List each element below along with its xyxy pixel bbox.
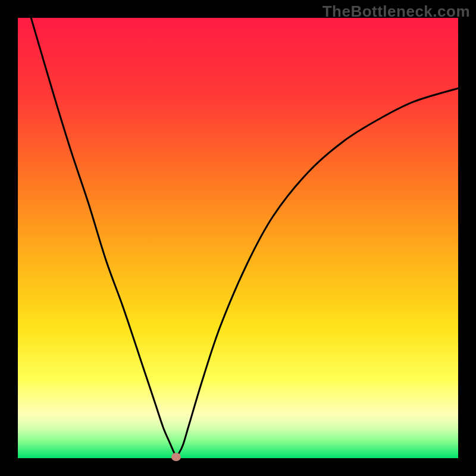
gradient-background xyxy=(18,18,458,458)
curve-minimum-marker xyxy=(171,453,181,461)
chart-frame: TheBottleneck.com xyxy=(0,0,476,476)
bottleneck-plot xyxy=(18,18,458,458)
